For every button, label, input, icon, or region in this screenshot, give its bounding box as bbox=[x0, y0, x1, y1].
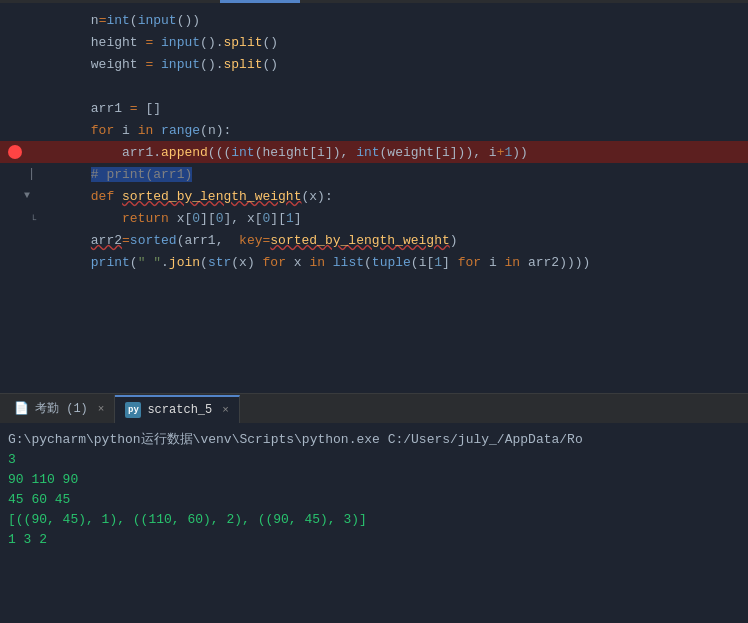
tab-label: 考勤 (1) bbox=[35, 400, 88, 417]
file-icon: 📄 bbox=[14, 401, 29, 416]
terminal-line-3: 45 60 45 bbox=[8, 489, 740, 509]
fold-child-indicator: └ bbox=[30, 215, 36, 226]
terminal-area: G:\pycharm\python运行数据\venv\Scripts\pytho… bbox=[0, 423, 748, 616]
line-marker: | bbox=[28, 167, 35, 181]
tab-close-icon[interactable]: × bbox=[222, 404, 229, 416]
tab-close-icon[interactable]: × bbox=[98, 403, 105, 415]
fold-arrow[interactable]: ▼ bbox=[24, 190, 30, 201]
terminal-command-line: G:\pycharm\python运行数据\venv\Scripts\pytho… bbox=[8, 429, 740, 449]
tab-bar: 📄 考勤 (1) × py scratch_5 × bbox=[0, 393, 748, 423]
terminal-line-4: [((90, 45), 1), ((110, 60), 2), ((90, 45… bbox=[8, 509, 740, 529]
terminal-line-2: 90 110 90 bbox=[8, 469, 740, 489]
tab-kaoqin[interactable]: 📄 考勤 (1) × bbox=[4, 395, 115, 423]
code-line-12: print(" ".join(str(x) for x in list(tupl… bbox=[0, 251, 748, 273]
code-line-3: weight = input().split() bbox=[0, 53, 748, 75]
code-editor: n=int(input()) height = input().split() … bbox=[0, 3, 748, 393]
breakpoint-indicator bbox=[8, 145, 22, 159]
terminal-line-1: 3 bbox=[8, 449, 740, 469]
tab-scratch5[interactable]: py scratch_5 × bbox=[115, 395, 239, 423]
tab-label: scratch_5 bbox=[147, 403, 212, 417]
python-icon: py bbox=[125, 402, 141, 418]
code-text: print(" ".join(str(x) for x in list(tupl… bbox=[44, 240, 590, 285]
terminal-line-5: 1 3 2 bbox=[8, 529, 740, 549]
